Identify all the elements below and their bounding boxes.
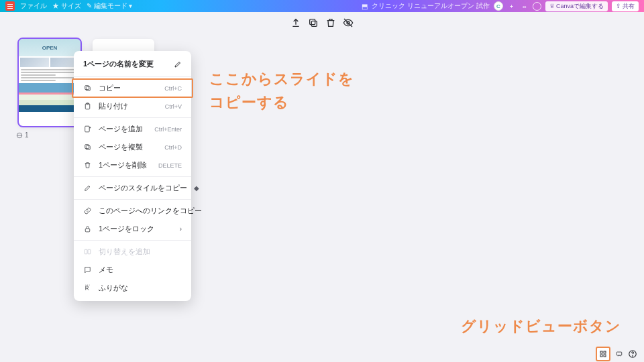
menu-copy-style[interactable]: ページのスタイルをコピー ◆ (74, 179, 191, 197)
svg-rect-5 (85, 86, 89, 90)
share-button[interactable]: ⇪ 共有 (612, 1, 639, 11)
svg-rect-18 (616, 352, 622, 355)
menu-paste[interactable]: 貼り付け Ctrl+V (74, 97, 191, 115)
ruby-icon (83, 284, 92, 292)
doc-title[interactable]: クリニック リニューアルオープン 試作 (372, 1, 490, 11)
dropdown-icon: ◆ (194, 184, 199, 192)
trash-icon[interactable] (325, 17, 336, 28)
comments-icon[interactable] (533, 2, 541, 11)
svg-rect-14 (600, 351, 602, 353)
thumb-open-text: OPEN (42, 45, 58, 51)
svg-rect-11 (85, 229, 90, 232)
svg-rect-1 (310, 19, 315, 25)
plus-icon[interactable]: ＋ (507, 2, 516, 11)
svg-rect-0 (311, 21, 317, 26)
menu-delete[interactable]: 1ページを削除 DELETE (74, 156, 191, 174)
grid-view-button[interactable] (596, 347, 610, 361)
edit-mode[interactable]: ✎ 編集モード ▾ (87, 1, 133, 11)
page-toolbar (0, 12, 644, 32)
menu-duplicate[interactable]: ページを複製 Ctrl+D (74, 138, 191, 156)
duplicate-icon[interactable] (308, 17, 319, 28)
menu-ruby[interactable]: ふりがな (74, 279, 191, 297)
save-status-icon: ⬒ (362, 3, 368, 10)
duplicate-page-icon (83, 143, 92, 152)
delete-icon (83, 161, 92, 170)
svg-rect-10 (85, 145, 89, 149)
menu-copy[interactable]: コピー Ctrl+C (74, 79, 191, 97)
menu-add-page[interactable]: ページを追加 Ctrl+Enter (74, 120, 191, 138)
brush-icon (83, 184, 92, 192)
menu-copy-link[interactable]: このページへのリンクをコピー (74, 202, 191, 220)
upload-icon[interactable] (290, 17, 301, 28)
svg-rect-15 (604, 351, 606, 353)
svg-rect-4 (86, 86, 90, 90)
annotation-copy-here: ここからスライドを コピーする (209, 67, 354, 114)
svg-rect-17 (604, 355, 606, 357)
pencil-icon (174, 60, 182, 68)
svg-rect-13 (88, 249, 91, 254)
menu-transition: 切り替えを追加 (74, 243, 191, 261)
menu-title[interactable]: 1ページの名前を変更 (74, 55, 191, 74)
transition-icon (83, 247, 92, 256)
link-icon (83, 206, 92, 215)
svg-rect-8 (85, 126, 89, 132)
lock-icon (83, 225, 92, 233)
page-context-menu: 1ページの名前を変更 コピー Ctrl+C 貼り付け Ctrl+V ページを追加… (74, 51, 191, 301)
canva-edit-button[interactable]: ♕ Canvaで編集する (545, 1, 608, 11)
canvas-area: ⋯ OPEN 1 1ページの名前を変更 コピー Ctrl+C 貼り付け Ctrl… (0, 32, 644, 346)
visibility-icon[interactable] (343, 17, 354, 28)
resize-menu[interactable]: ★ サイズ (52, 1, 81, 11)
file-menu[interactable]: ファイル (20, 1, 47, 11)
paste-icon (83, 102, 92, 111)
chevron-right-icon: › (180, 225, 182, 233)
add-page-icon (83, 125, 92, 133)
top-bar: ファイル ★ サイズ ✎ 編集モード ▾ ⬒ クリニック リニューアルオープン … (0, 0, 644, 12)
bottom-bar (0, 346, 644, 362)
copy-icon (83, 84, 92, 93)
help-icon[interactable] (628, 349, 637, 359)
annotation-grid-button: グリッドビューボタン (461, 314, 621, 338)
present-icon[interactable] (616, 351, 623, 357)
svg-rect-9 (86, 145, 90, 149)
menu-lock[interactable]: 1ページをロック › (74, 220, 191, 238)
user-avatar[interactable]: C (494, 1, 503, 11)
page-thumbnail-1[interactable]: ⋯ OPEN (19, 39, 80, 126)
svg-rect-12 (85, 249, 87, 254)
svg-point-20 (633, 356, 633, 357)
svg-rect-16 (600, 355, 602, 357)
analytics-icon[interactable]: ⏛ (520, 2, 529, 11)
menu-button[interactable] (5, 1, 15, 11)
note-icon (83, 265, 92, 274)
thumbnail-label: 1 (16, 131, 29, 139)
menu-note[interactable]: メモ (74, 261, 191, 279)
